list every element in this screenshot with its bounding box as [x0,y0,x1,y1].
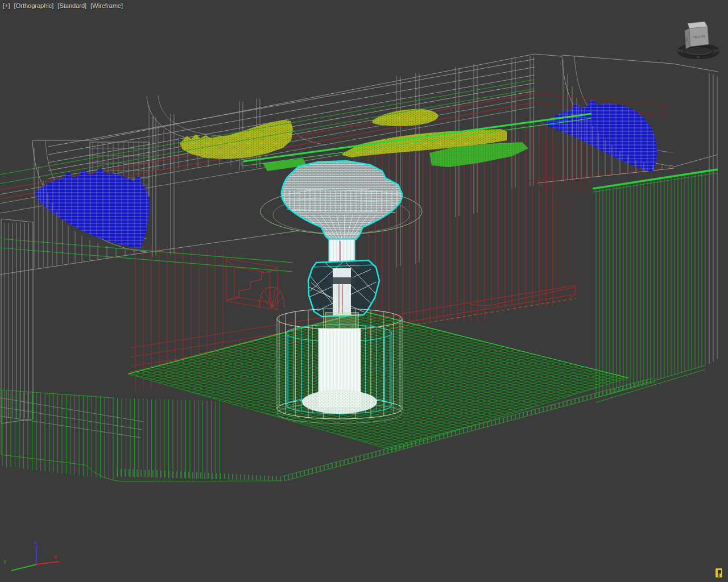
viewport-pov-menu[interactable]: [Orthographic] [14,2,54,9]
notification-icon[interactable] [715,568,723,578]
viewcube-front-label[interactable]: FRONT [692,34,705,39]
viewport-general-menu[interactable]: [+] [3,2,10,9]
viewport-canvas[interactable] [0,0,728,582]
y-axis-label: Y [3,560,7,566]
ship-silhouette-blue-right[interactable] [544,100,657,172]
viewport-render-preset-menu[interactable]: [Standard] [57,2,86,9]
viewcube[interactable]: FRONT LEFT [673,19,723,60]
notification-icon-stem [718,573,719,577]
viewport-shading-menu[interactable]: [Wireframe] [90,2,123,9]
x-axis-line [36,562,59,564]
y-axis-line [11,564,36,571]
max-viewport[interactable]: [+] [Orthographic] [Standard] [Wireframe… [0,0,728,582]
z-axis-label: Z [34,540,38,546]
world-axis-gizmo: Z X Y [0,539,74,582]
viewport-label: [+] [Orthographic] [Standard] [Wireframe… [3,2,125,9]
x-axis-label: X [54,555,57,560]
